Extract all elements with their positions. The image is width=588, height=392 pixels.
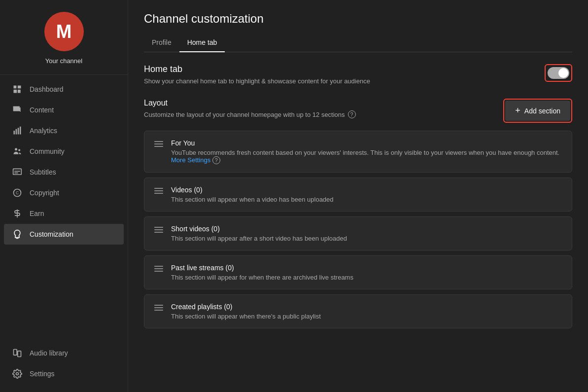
section-content-playlists: Created playlists (0) This section will … [171,303,562,320]
svg-rect-6 [14,131,15,135]
svg-rect-3 [18,90,21,93]
section-help-icon[interactable]: ? [212,156,220,164]
svg-rect-20 [18,351,21,357]
sidebar-item-dashboard[interactable]: Dashboard [4,79,124,100]
add-section-btn-wrapper: + Add section [503,99,572,123]
home-tab-section: Home tab Show your channel home tab to h… [144,64,572,85]
sidebar-item-copyright[interactable]: C Copyright [4,182,124,203]
section-title: Past live streams (0) [171,264,562,272]
drag-bar [154,266,163,267]
section-content-videos: Videos (0) This section will appear when… [171,186,562,203]
sidebar-item-community[interactable]: Community [4,141,124,162]
sidebar-item-analytics[interactable]: Analytics [4,120,124,141]
content-area: Home tab Show your channel home tab to h… [128,52,588,348]
channel-avatar[interactable]: M [44,12,84,51]
drag-bar [154,229,163,230]
channel-name: Your channel [45,57,82,65]
layout-description: Customize the layout of your channel hom… [144,110,356,118]
svg-rect-8 [18,128,19,134]
layout-info: Layout Customize the layout of your chan… [144,99,356,118]
home-tab-description: Show your channel home tab to highlight … [144,77,370,85]
section-card-playlists: Created playlists (0) This section will … [144,294,572,328]
drag-bar [154,232,163,233]
more-settings-link[interactable]: More Settings [171,156,210,164]
svg-rect-9 [20,127,21,135]
main-content: Channel customization Profile Home tab H… [128,0,588,392]
add-section-label: Add section [524,107,560,115]
drag-bar [154,190,163,191]
drag-bar [154,305,163,306]
svg-point-11 [18,149,20,151]
drag-handle-videos[interactable] [154,186,163,194]
section-content-for-you: For You YouTube recommends fresh content… [171,139,562,164]
sidebar-item-customization[interactable]: Customization [4,224,124,245]
drag-handle-for-you[interactable] [154,139,163,147]
section-title: Created playlists (0) [171,303,562,311]
svg-text:C: C [16,190,19,195]
layout-section: Layout Customize the layout of your chan… [144,99,572,328]
add-section-button[interactable]: + Add section [505,101,570,121]
page-header: Channel customization Profile Home tab [128,0,588,52]
section-title: Short videos (0) [171,225,562,233]
svg-rect-1 [18,86,21,89]
drag-bar [154,271,163,272]
drag-handle-playlists[interactable] [154,303,163,311]
drag-bar [154,141,163,142]
sidebar-item-label: Settings [30,370,55,378]
drag-bar [154,143,163,144]
home-tab-toggle-wrapper [545,64,572,82]
drag-bar [154,193,163,194]
section-description: YouTube recommends fresh content based o… [171,149,562,164]
section-card-for-you: For You YouTube recommends fresh content… [144,131,572,173]
sidebar-navigation: Dashboard Content Analytics Community [0,79,128,245]
drag-bar [154,268,163,269]
tab-home-tab[interactable]: Home tab [179,34,225,52]
home-tab-info: Home tab Show your channel home tab to h… [144,64,370,85]
toggle-knob [558,68,568,78]
sidebar-item-earn[interactable]: Earn [4,203,124,224]
content-icon [12,105,23,115]
section-card-short-videos: Short videos (0) This section will appea… [144,216,572,250]
svg-rect-7 [16,129,17,135]
svg-point-21 [16,373,19,375]
home-tab-title: Home tab [144,64,370,74]
plus-icon: + [515,106,520,116]
sidebar: M Your channel Dashboard Content Analyti… [0,0,128,392]
tab-profile[interactable]: Profile [144,34,179,52]
drag-handle-live-streams[interactable] [154,264,163,272]
svg-rect-2 [14,90,17,93]
analytics-icon [12,125,23,136]
sidebar-item-label: Dashboard [30,85,64,93]
community-icon [12,146,23,157]
home-tab-toggle[interactable] [548,67,569,79]
sidebar-item-settings[interactable]: Settings [4,363,124,384]
svg-rect-12 [13,169,22,175]
subtitles-icon [12,167,23,178]
copyright-icon: C [12,187,23,198]
layout-help-icon[interactable]: ? [348,110,356,118]
section-title: For You [171,139,562,147]
sidebar-item-content[interactable]: Content [4,100,124,120]
svg-rect-0 [14,86,17,89]
section-content-short-videos: Short videos (0) This section will appea… [171,225,562,242]
section-card-live-streams: Past live streams (0) This section will … [144,255,572,289]
tabs-bar: Profile Home tab [144,34,572,52]
dashboard-icon [12,84,23,95]
page-title: Channel customization [144,12,572,26]
drag-handle-short-videos[interactable] [154,225,163,233]
settings-icon [12,368,23,379]
svg-rect-4 [13,107,20,111]
sidebar-item-audio-library[interactable]: Audio library [4,343,124,363]
customization-icon [12,229,23,240]
sidebar-divider [0,74,128,75]
sidebar-item-subtitles[interactable]: Subtitles [4,162,124,182]
section-content-live-streams: Past live streams (0) This section will … [171,264,562,281]
section-card-videos: Videos (0) This section will appear when… [144,178,572,212]
sidebar-item-label: Content [30,106,54,114]
section-description: This section will appear when there's a … [171,313,562,320]
svg-point-10 [15,148,17,150]
drag-bar [154,188,163,189]
drag-bar [154,307,163,308]
sidebar-item-label: Audio library [30,349,68,357]
earn-icon [12,208,23,219]
